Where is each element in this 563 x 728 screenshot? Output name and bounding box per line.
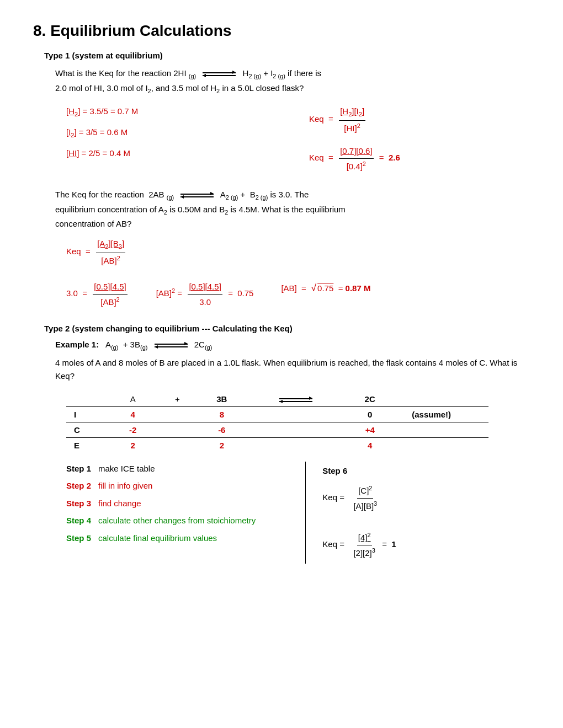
step3-row: Step 3 find change — [66, 496, 294, 511]
step4-row: Step 4 calculate other changes from stoi… — [66, 513, 294, 528]
step5-label: Step 5 — [66, 531, 98, 545]
step5-row: Step 5 calculate final equilibrium value… — [66, 531, 294, 545]
calc-left: [H2] = 3.5/5 = 0.7 M [I2] = 3/5 = 0.6 M … — [66, 104, 287, 177]
step4-label: Step 4 — [66, 513, 98, 528]
step6-row: Step 6 — [322, 464, 530, 478]
step2-text: fill in info given — [98, 479, 152, 493]
step4-text: calculate other changes from stoichiomet… — [98, 513, 256, 528]
type1-heading: Type 1 (system at equilibrium) — [44, 51, 530, 60]
problem1-text: What is the Keq for the reaction 2HI (g)… — [55, 67, 530, 96]
step2-label: Step 2 — [66, 479, 98, 493]
step2-row: Step 2 fill in info given — [66, 479, 294, 493]
example1-label: Example 1: A(g) + 3B(g) 2C(g) — [55, 340, 530, 351]
keq2-expr: Keq = [A2][B2] [AB]2 — [66, 236, 530, 268]
calc-right: Keq = [H2][I2] [HI]2 Keq = [0.7][0.6] [0… — [309, 104, 530, 177]
step5-text: calculate final equilibrium values — [98, 531, 217, 545]
page-title: 8. Equilibrium Calculations — [33, 22, 530, 40]
keq3-expr: Keq = [C]2 [A][B]3 — [322, 483, 530, 513]
step3-text: find change — [98, 496, 141, 511]
steps-area: Step 1 make ICE table Step 2 fill in inf… — [33, 462, 530, 564]
step1-row: Step 1 make ICE table — [66, 462, 294, 476]
steps-left: Step 1 make ICE table Step 2 fill in inf… — [33, 462, 294, 564]
ice-table: A + 3B 2C I 4 8 0 (assume!) C — [66, 392, 488, 453]
keq3-calc: Keq = [4]2 [2][2]3 = 1 — [322, 530, 530, 560]
step1-label: Step 1 — [66, 462, 98, 476]
type2-heading: Type 2 (system changing to equilibrium -… — [44, 324, 530, 333]
step3-label: Step 3 — [66, 496, 98, 511]
example1-desc: 4 moles of A and 8 moles of B are placed… — [55, 356, 530, 383]
step6-label: Step 6 — [322, 464, 354, 478]
keq2-calc: 3.0 = [0.5][4.5] [AB]2 [AB]2 = [0.5][4.5… — [66, 279, 530, 313]
problem2-text: The Keq for the reaction 2AB (g) A2 (g) … — [55, 188, 530, 231]
steps-right: Step 6 Keq = [C]2 [A][B]3 Keq = [4]2 [2]… — [305, 462, 530, 564]
step1-text: make ICE table — [98, 462, 155, 476]
